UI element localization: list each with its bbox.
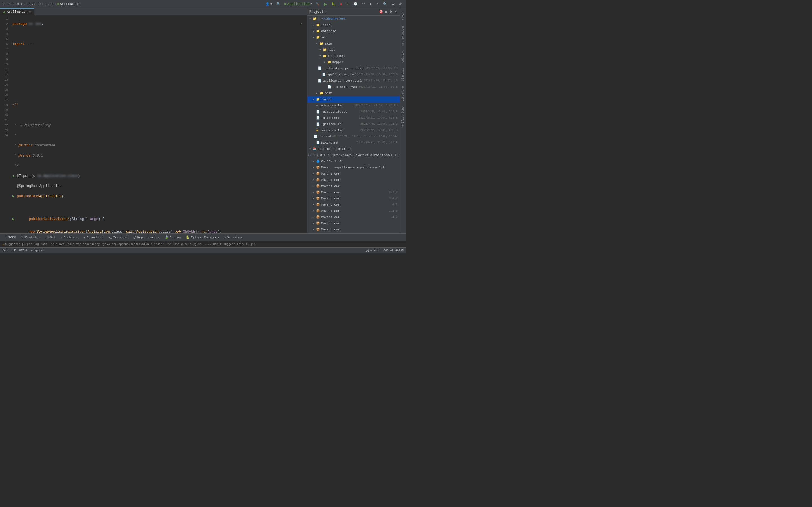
tree-arrow-main: ▼ [316, 41, 319, 47]
tree-app-props[interactable]: ▶ 📄 application.properties 2022/11/9, 15… [307, 65, 400, 71]
tree-maven-2[interactable]: ▶ 📦 Maven: cor [307, 177, 400, 183]
tree-maven-8[interactable]: ▶ 📦 Maven: cor .1.0 [307, 214, 400, 220]
right-tab-structure[interactable]: Structure [401, 84, 405, 103]
bottom-tab-spring[interactable]: 🍃 Spring [162, 235, 183, 240]
code-area[interactable]: package co ies; ✓ import ... /** * 在此处添加… [10, 15, 307, 233]
editor-content[interactable]: 1 2 3 4 5 6 7 8 9 10 11 12 13 14 15 16 1… [0, 15, 307, 233]
bottom-tab-todo[interactable]: ☰ TODO [2, 235, 18, 240]
ext-libs-icon: 📚 [313, 146, 317, 152]
tree-gitignore[interactable]: ▶ 📄 .gitignore 2021/5/21, 15:04, 623 B [307, 115, 400, 121]
tree-maven-3[interactable]: ▶ 📦 Maven: cor [307, 183, 400, 189]
bottom-tab-terminal[interactable]: >_ Terminal [106, 235, 131, 240]
tree-src[interactable]: ▼ 📁 src [307, 34, 400, 41]
tree-idea[interactable]: ▶ 📁 .idea [307, 22, 400, 28]
memory-indicator[interactable]: 663 of 4096M [384, 249, 404, 252]
tree-maven-4[interactable]: ▶ 📦 Maven: cor 3.4.2 [307, 189, 400, 195]
cursor-position: 24:1 [2, 249, 9, 252]
tree-target[interactable]: ▶ 📁 target [307, 96, 400, 103]
panel-close-btn[interactable]: ✕ [394, 9, 398, 14]
rollback-btn[interactable]: ↩ [361, 1, 366, 6]
check-btn[interactable]: ✓ [345, 1, 350, 6]
spring-label: Spring [170, 236, 181, 239]
history-btn[interactable]: 🕐 [352, 1, 359, 6]
tree-readme[interactable]: ▶ 📄 README.md 2022/10/11, 21:03, 134 B [307, 140, 400, 146]
bottom-tab-services[interactable]: ⚙ Services [221, 235, 244, 240]
tree-maven-aop[interactable]: ▶ 📦 Maven: aopalliance:aopalliance:1.0 [307, 165, 400, 171]
tree-maven-9[interactable]: ▶ 📦 Maven: cor [307, 220, 400, 226]
bottom-tab-python-packages[interactable]: 🐍 Python Packages [184, 235, 221, 240]
tree-java[interactable]: ▼ 📁 java [307, 47, 400, 53]
collapse-all-btn[interactable]: ≡ [385, 9, 388, 14]
tree-gosdk[interactable]: ▶ 🔷 Go SDK 1.17 [307, 158, 400, 165]
right-tab-maven[interactable]: Maven [401, 10, 405, 22]
tab-close-icon[interactable]: ✕ [29, 10, 31, 13]
tree-gitmodules-label: .gitmodules [321, 121, 342, 127]
folder-icon-database: 📁 [316, 29, 320, 34]
git-branch[interactable]: ⎇ master [366, 249, 380, 252]
vcs-check-btn[interactable]: ✓ [375, 1, 380, 6]
tree-maven-1[interactable]: ▶ 📦 Maven: cor [307, 171, 400, 177]
project-dropdown-arrow[interactable]: ▾ [325, 10, 327, 13]
bottom-tab-dependencies[interactable]: ⬡ Dependencies [131, 235, 162, 240]
breadcrumb-as[interactable]: ...as [44, 2, 54, 6]
status-bar: 24:1 LF UTF-8 4 spaces ⎇ master 663 of 4… [0, 247, 406, 253]
breadcrumb-c[interactable]: c [39, 2, 41, 6]
tree-ext-libs[interactable]: ▼ 📚 External Libraries [307, 146, 400, 152]
tree-app-yaml[interactable]: ▶ 📄 application.yaml 2022/11/20, 13:38, … [307, 71, 400, 78]
panel-settings-btn[interactable]: ⚙ [389, 9, 393, 14]
tree-maven-7[interactable]: ▶ 📦 Maven: cor 1.1.0 [307, 208, 400, 214]
tree-main[interactable]: ▼ 📁 main [307, 41, 400, 47]
debug-btn[interactable]: 🐛 [330, 1, 337, 6]
tree-pom[interactable]: ▶ 📄 pom.xml 2022/11/30, 14:16, 15.78 kB … [307, 133, 400, 140]
right-tab-sciview[interactable]: SciView [401, 49, 405, 64]
panel-header: Project ▾ 🎯 ≡ ⚙ ✕ [307, 8, 400, 16]
bottom-tab-git[interactable]: ⎇ Git [43, 235, 58, 240]
tree-resources-label: resources [328, 53, 345, 59]
right-tab-key-promoter[interactable]: Key Promoter [401, 24, 405, 47]
code-line-2 [12, 32, 305, 37]
bottom-tab-problems[interactable]: ⚠ Problems [58, 235, 81, 240]
right-tab-notifications[interactable]: Notifications [401, 105, 405, 130]
more-btn[interactable]: ≫ [398, 1, 404, 6]
search-everywhere-btn[interactable]: 🔍 [275, 1, 282, 6]
breadcrumb-s[interactable]: s [2, 2, 4, 6]
tree-bootstrap-yaml[interactable]: ▶ 📄 bootstrap.yaml 2022/10/11, 21:55, 30… [307, 84, 400, 90]
breadcrumb-src[interactable]: src [8, 2, 13, 6]
editor-tab-application[interactable]: ◉ Application ✕ [0, 8, 35, 15]
locate-btn[interactable]: 🎯 [378, 9, 384, 14]
tree-resources[interactable]: ▼ 📁 resources [307, 53, 400, 59]
right-tab-classlib[interactable]: classlib [401, 66, 405, 83]
tree-gitmodules[interactable]: ▶ 📄 .gitmodules 2021/4/8, 12:08, 131 B [307, 121, 400, 127]
vcs-push-btn[interactable]: ⬆ [368, 1, 373, 6]
tree-root[interactable]: ▼ 📁 s ~/IdeaProject [307, 16, 400, 22]
breadcrumb-application[interactable]: ◉ Application [57, 2, 81, 6]
breadcrumb-main[interactable]: main [17, 2, 24, 6]
settings-btn[interactable]: ⚙ [390, 1, 396, 6]
tree-maven-6[interactable]: ▶ 📦 Maven: cor 4.2 [307, 202, 400, 208]
tree-editorconfig[interactable]: ▶ ⚙ .editorconfig 2022/11/17, 21:19, 1.4… [307, 103, 400, 109]
run-btn[interactable]: ▶ [322, 1, 328, 7]
tree-container[interactable]: ▼ 📁 s ~/IdeaProject ▶ 📁 .idea ▶ 📁 databa… [307, 16, 400, 233]
tree-lombok[interactable]: ▶ ⚙ lombok.config 2022/8/2, 17:31, 638 B [307, 127, 400, 133]
file-icon-readme: 📄 [316, 140, 320, 146]
bottom-tab-profiler[interactable]: ⏱ Profiler [18, 235, 42, 240]
tree-gitattributes[interactable]: ▶ 📄 .gitattributes 2021/4/8, 12:08, 715 … [307, 109, 400, 115]
build-btn[interactable]: 🔨 [314, 1, 321, 6]
terminal-label: Terminal [113, 236, 128, 239]
profile-btn[interactable]: 👤 ▾ [264, 1, 273, 6]
tree-app-props-label: application.properties [323, 66, 364, 71]
tree-app-test-yaml[interactable]: ▶ 📄 application-test.yaml 2022/11/20, 23… [307, 78, 400, 84]
bottom-tab-sonarlint[interactable]: ◈ SonarLint [81, 235, 105, 240]
stop-btn[interactable]: ■ [339, 2, 343, 6]
tree-jdk[interactable]: ▶ ☕ < 1.8 > /Library/Java/JavaVirtualMac… [307, 152, 400, 158]
tree-test[interactable]: ▶ 📁 test [307, 90, 400, 96]
breadcrumb-java[interactable]: java [28, 2, 35, 6]
bottom-toolbar: ☰ TODO ⏱ Profiler ⎇ Git ⚠ Problems ◈ Son… [0, 233, 406, 241]
tree-mapper[interactable]: ▶ 📁 mapper [307, 59, 400, 65]
tree-database[interactable]: ▶ 📁 database [307, 28, 400, 34]
code-line-15: */ [12, 163, 305, 168]
tree-maven-10[interactable]: ▶ 📦 Maven: cor [307, 226, 400, 233]
find-btn[interactable]: 🔍 [382, 1, 389, 6]
tree-arrow-maven-10: ▶ [313, 227, 316, 232]
tree-maven-5[interactable]: ▶ 📦 Maven: cor 3.4.2 [307, 195, 400, 202]
